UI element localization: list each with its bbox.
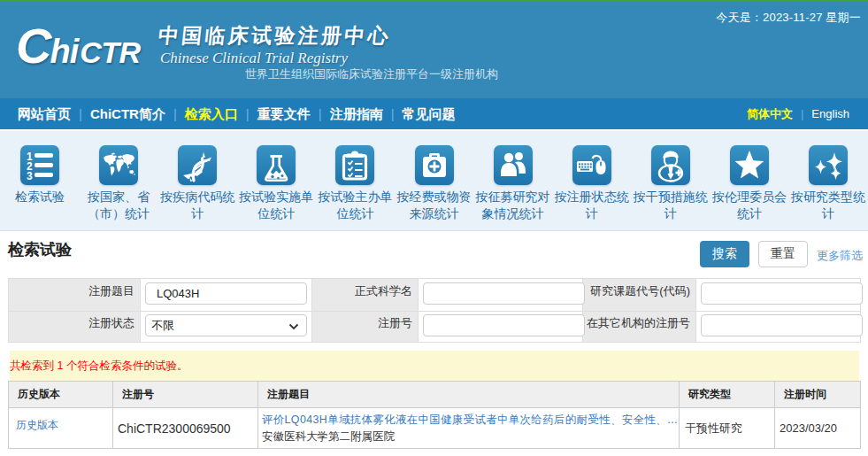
svg-text:3: 3 xyxy=(27,170,33,182)
